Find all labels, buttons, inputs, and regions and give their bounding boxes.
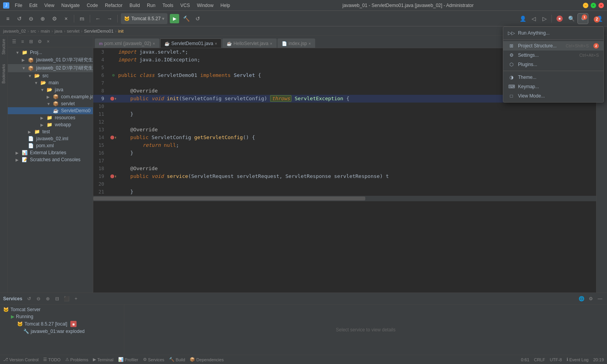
bc-class[interactable]: ServletDemo01: [84, 29, 113, 33]
build-button[interactable]: 🔨: [181, 14, 191, 23]
svc-globe-icon[interactable]: 🌐: [577, 295, 585, 303]
menu-plugins[interactable]: ⬡ Plugins...: [503, 60, 604, 69]
svc-war[interactable]: 🔧 javaweb_01:war exploded: [0, 328, 124, 335]
bc-method[interactable]: init: [118, 29, 124, 33]
sidebar-btn-2[interactable]: ≡: [19, 38, 26, 45]
bookmarks-label[interactable]: Bookmarks: [2, 63, 6, 85]
menu-window[interactable]: Window: [194, 2, 217, 9]
svc-btn-collapse[interactable]: ⊖: [35, 295, 42, 303]
svc-btn-add[interactable]: +: [72, 295, 80, 303]
status-todo[interactable]: ☰ TODO: [43, 357, 61, 362]
tab-pom-close[interactable]: ×: [153, 42, 155, 46]
menu-tools[interactable]: Tools: [159, 2, 176, 9]
tree-com-example[interactable]: ▶ 📦 com.example.java: [8, 93, 93, 100]
status-services[interactable]: ⚙ Services: [143, 357, 164, 362]
close-button[interactable]: ×: [598, 3, 604, 8]
tab-servletdemo01[interactable]: ☕ ServletDemo01.java ×: [160, 38, 222, 48]
status-crlf[interactable]: CRLF: [534, 357, 545, 362]
status-build[interactable]: 🔨 Build: [169, 357, 185, 362]
tree-pom[interactable]: ▶ 📄 pom.xml: [8, 142, 93, 149]
run-configuration[interactable]: 🐱 Tomcat 8.5.27 ▾: [121, 13, 167, 24]
svc-btn-expand[interactable]: ⊕: [44, 295, 52, 303]
status-encoding[interactable]: UTF-8: [550, 357, 562, 362]
menu-settings[interactable]: ⚙ Settings... Ctrl+Alt+S: [503, 51, 604, 60]
bc-java[interactable]: java: [54, 29, 62, 33]
menu-view[interactable]: View: [41, 2, 58, 9]
menu-edit[interactable]: Edit: [26, 2, 40, 9]
menu-file[interactable]: File: [12, 2, 25, 9]
expand-icon[interactable]: ⊕: [38, 14, 47, 23]
menu-help[interactable]: Help: [217, 2, 233, 9]
search-everywhere-icon[interactable]: 🔍: [567, 14, 576, 23]
close-view-icon[interactable]: ×: [61, 14, 71, 23]
tree-webapp[interactable]: ▶ 📁 webapp: [8, 121, 93, 128]
sync-icon[interactable]: ↺: [15, 14, 24, 23]
profile-button[interactable]: 👤: [518, 14, 527, 23]
sidebar-btn-4[interactable]: ⚙: [36, 38, 44, 45]
menu-navigate[interactable]: Navigate: [58, 2, 83, 9]
tree-external-libs[interactable]: ▶ 📊 External Libraries: [8, 149, 93, 156]
tree-resources[interactable]: ▶ 📁 resources: [8, 114, 93, 121]
svc-minimize-icon[interactable]: —: [596, 295, 604, 303]
settings-tree-icon[interactable]: ⚙: [50, 14, 59, 23]
svc-btn-stop[interactable]: ⬛: [63, 295, 70, 303]
forward-hist-button[interactable]: ▷: [540, 14, 549, 23]
tab-jsp-close[interactable]: ×: [309, 42, 311, 46]
reload-button[interactable]: ↺: [193, 14, 202, 23]
svc-gear-icon[interactable]: ⚙: [587, 295, 595, 303]
tab-servlet-close[interactable]: ×: [215, 42, 217, 46]
h-scroll-thumb[interactable]: [93, 197, 365, 200]
tree-javaweb02[interactable]: ▼ 📦 javaweb_02 D:\学习\研究生\: [8, 64, 93, 72]
status-version-control[interactable]: ⎇ Version Control: [3, 357, 38, 362]
svc-running[interactable]: ▶ Running: [0, 313, 124, 320]
menu-keymap[interactable]: ⌨ Keymap...: [503, 82, 604, 91]
svc-btn-filter[interactable]: ⊟: [53, 295, 61, 303]
svc-btn-refresh[interactable]: ↺: [25, 295, 33, 303]
pom-icon[interactable]: m: [77, 14, 87, 23]
menu-run-anything[interactable]: ▷▷ Run Anything...: [503, 28, 604, 38]
tree-root[interactable]: ▼ 📁 Proj...: [8, 49, 93, 56]
menu-project-structure[interactable]: ⊞ Project Structure... Ctrl+Shift+S 2: [503, 41, 604, 51]
menu-view-mode[interactable]: □ View Mode...: [503, 91, 604, 101]
stop-button[interactable]: ■: [556, 16, 563, 22]
structure-label[interactable]: Structure: [2, 37, 6, 56]
bc-src[interactable]: src: [30, 29, 36, 33]
sidebar-btn-1[interactable]: ☰: [10, 38, 18, 45]
tree-main[interactable]: ▼ 📂 main: [8, 79, 93, 86]
back-icon[interactable]: ←: [93, 14, 103, 23]
tree-servlet-pkg[interactable]: ▼ 📦 servlet: [8, 100, 93, 107]
status-deps[interactable]: 📦 Dependencies: [190, 357, 223, 362]
run-button[interactable]: ▶: [170, 14, 179, 23]
h-scrollbar[interactable]: [93, 196, 607, 201]
tomcat-stop-button[interactable]: ■: [70, 321, 77, 327]
tree-scratches[interactable]: ▶ 📝 Scratches and Consoles: [8, 156, 93, 163]
tree-servletdemo0[interactable]: ☕ ServletDemo0: [8, 107, 93, 114]
tab-helloservlet[interactable]: ☕ HelloServlet.java ×: [222, 38, 277, 48]
sidebar-btn-5[interactable]: ×: [44, 38, 52, 45]
status-profiler[interactable]: 📊 Profiler: [118, 357, 138, 362]
status-terminal[interactable]: ▶ Terminal: [93, 357, 113, 362]
menu-code[interactable]: Code: [84, 2, 101, 9]
badge-2[interactable]: 2: [594, 16, 600, 23]
menu-theme[interactable]: ◑ Theme...: [503, 73, 604, 82]
svc-tomcat-instance[interactable]: 🐱 Tomcat 8.5.27 [local] ■: [0, 320, 124, 328]
tab-hello-close[interactable]: ×: [270, 42, 272, 46]
bc-project[interactable]: javaweb_02: [3, 29, 26, 33]
status-problems[interactable]: ⚠ Problems: [65, 357, 88, 362]
gear-settings-button[interactable]: ⚙ 1: [577, 13, 588, 24]
collapse-icon[interactable]: ⊖: [26, 14, 36, 23]
forward-icon[interactable]: →: [105, 14, 114, 23]
tree-src[interactable]: ▼ 📂 src: [8, 72, 93, 79]
tree-iml[interactable]: ▶ 📄 javaweb_02.iml: [8, 135, 93, 142]
tree-test[interactable]: ▶ 📁 test: [8, 128, 93, 135]
minimize-button[interactable]: −: [583, 3, 588, 8]
tree-javaweb01[interactable]: ▶ 📦 javaweb_01 D:\学习\研究生\: [8, 56, 93, 64]
menu-vcs[interactable]: VCS: [177, 2, 193, 9]
tab-index-jsp[interactable]: 📄 index.jsp ×: [277, 38, 315, 48]
bc-main[interactable]: main: [41, 29, 50, 33]
menu-build[interactable]: Build: [126, 2, 143, 9]
menu-refactor[interactable]: Refactor: [102, 2, 126, 9]
bc-servlet[interactable]: servlet: [67, 29, 79, 33]
history-button[interactable]: ◁: [529, 14, 538, 23]
status-position[interactable]: 0:61: [521, 357, 529, 362]
